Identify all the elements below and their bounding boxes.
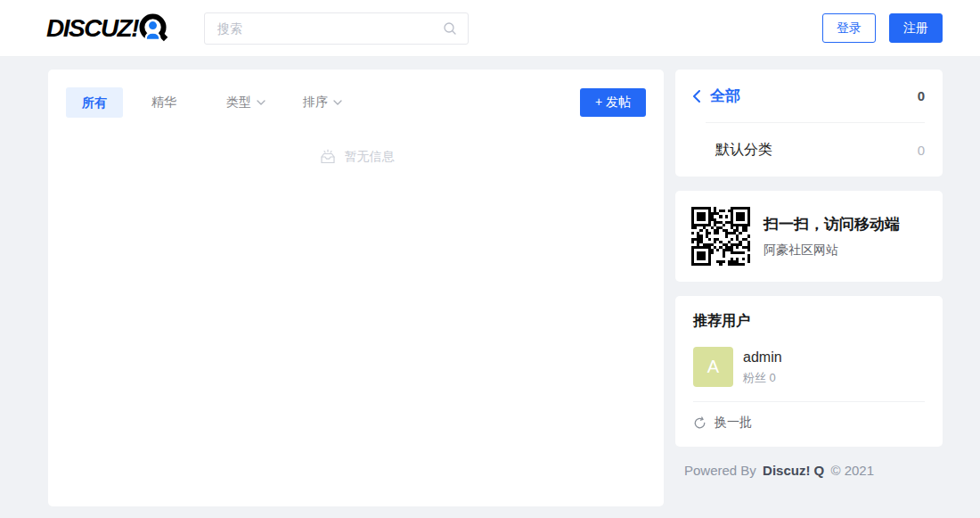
empty-state-text: 暂无信息: [345, 149, 395, 165]
user-info: admin 粉丝 0: [743, 347, 782, 387]
user-name: admin: [743, 349, 782, 366]
login-button[interactable]: 登录: [822, 13, 876, 43]
new-post-button[interactable]: + 发帖: [580, 88, 646, 117]
filter-toolbar: 所有 精华 类型 排序 + 发帖: [66, 87, 646, 118]
filter-sort-dropdown[interactable]: 排序: [303, 95, 342, 111]
empty-state: 暂无信息: [66, 148, 646, 166]
tab-essence[interactable]: 精华: [151, 95, 176, 111]
search-input[interactable]: [216, 21, 443, 37]
logo-text: DISCUZ!: [46, 14, 138, 43]
powered-by-text: Powered By: [684, 463, 756, 478]
refresh-icon: [693, 416, 706, 430]
qr-subtitle: 阿豪社区网站: [764, 243, 900, 259]
recommended-users-title: 推荐用户: [693, 312, 925, 331]
chevron-left-icon: [693, 90, 700, 103]
register-button[interactable]: 注册: [889, 13, 943, 43]
chevron-down-icon: [257, 100, 265, 105]
page-content: 所有 精华 类型 排序 + 发帖: [0, 57, 980, 506]
brand-name: Discuz! Q: [763, 463, 824, 478]
search-box: [204, 12, 469, 45]
avatar[interactable]: A: [693, 347, 733, 387]
categories-card: 全部 0 默认分类 0: [675, 70, 943, 177]
site-logo[interactable]: DISCUZ!: [46, 12, 168, 44]
category-item-label: 默认分类: [715, 141, 772, 160]
chevron-down-icon: [333, 100, 342, 105]
copyright-text: © 2021: [830, 463, 874, 478]
qr-text-block: 扫一扫，访问移动端 阿豪社区网站: [764, 214, 900, 259]
thread-list-card: 所有 精华 类型 排序 + 发帖: [48, 70, 664, 506]
qr-title: 扫一扫，访问移动端: [764, 214, 900, 234]
tab-all[interactable]: 所有: [66, 87, 123, 118]
qr-code: [691, 207, 750, 266]
qr-card: 扫一扫，访问移动端 阿豪社区网站: [675, 191, 943, 282]
category-item-default[interactable]: 默认分类 0: [693, 123, 925, 177]
user-row-admin[interactable]: A admin 粉丝 0: [693, 347, 925, 387]
category-all-row[interactable]: 全部 0: [693, 70, 925, 122]
top-header: DISCUZ! 登录 注册: [0, 0, 980, 57]
empty-box-icon: [318, 148, 338, 166]
powered-by-footer: Powered By Discuz! Q © 2021: [675, 463, 943, 478]
refresh-users-label: 换一批: [715, 415, 752, 431]
filter-type-label: 类型: [226, 95, 251, 111]
category-item-count: 0: [918, 143, 925, 158]
discuz-q-logo-icon: [139, 12, 168, 44]
category-all-count: 0: [918, 88, 925, 103]
category-all-label: 全部: [710, 86, 740, 106]
recommended-users-card: 推荐用户 A admin 粉丝 0 换一批: [675, 296, 943, 447]
sidebar: 全部 0 默认分类 0 扫一扫，访问移动端 阿豪社区网站 推荐用户 A adm: [675, 70, 943, 478]
filter-sort-label: 排序: [303, 95, 328, 111]
search-icon[interactable]: [443, 21, 457, 36]
user-fans-count: 粉丝 0: [743, 370, 782, 386]
filter-type-dropdown[interactable]: 类型: [226, 95, 265, 111]
refresh-users-button[interactable]: 换一批: [693, 402, 925, 443]
